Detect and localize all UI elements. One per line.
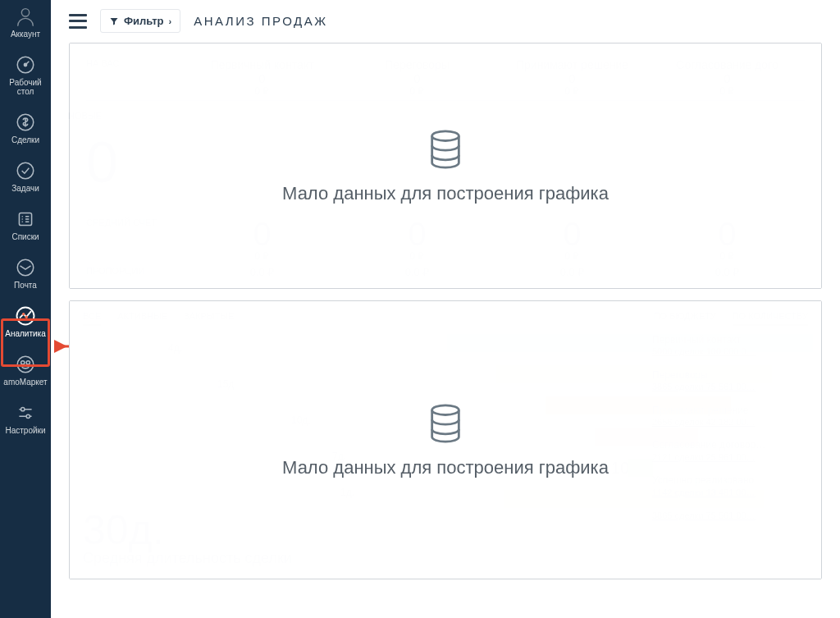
svg-point-17 bbox=[432, 405, 459, 415]
sidebar-item-account[interactable]: Аккаунт bbox=[0, 0, 51, 45]
svg-point-13 bbox=[21, 408, 25, 411]
svg-point-9 bbox=[25, 315, 27, 318]
svg-point-14 bbox=[26, 414, 30, 418]
svg-point-0 bbox=[21, 9, 29, 16]
sidebar-label: Почта bbox=[14, 281, 37, 290]
svg-point-12 bbox=[26, 361, 30, 364]
app-sidebar: Аккаунт Рабочий стол Сделки Задачи Списк… bbox=[0, 0, 51, 618]
sidebar-label: Списки bbox=[11, 232, 39, 241]
sidebar-item-lists[interactable]: Списки bbox=[0, 199, 51, 248]
svg-point-4 bbox=[17, 163, 34, 179]
svg-point-16 bbox=[432, 131, 459, 141]
check-icon bbox=[14, 159, 37, 182]
funnel-icon bbox=[109, 16, 119, 26]
empty-state-overlay: Мало данных для построения графика bbox=[70, 43, 821, 288]
svg-point-10 bbox=[17, 356, 34, 373]
mail-icon bbox=[14, 256, 37, 279]
empty-state-overlay: Мало данных для построения графика bbox=[70, 301, 821, 579]
sidebar-label: Настройки bbox=[5, 426, 45, 435]
sidebar-label: Аккаунт bbox=[11, 30, 40, 39]
gauge-icon bbox=[14, 53, 37, 76]
empty-state-text: Мало данных для построения графика bbox=[282, 182, 609, 206]
database-icon bbox=[422, 126, 468, 172]
settings-icon bbox=[14, 401, 37, 424]
database-icon bbox=[422, 401, 468, 446]
market-icon bbox=[14, 353, 37, 376]
avatar-icon bbox=[14, 5, 37, 28]
sidebar-label: Аналитика bbox=[5, 329, 46, 338]
empty-state-text: Мало данных для построения графика bbox=[282, 456, 609, 480]
sidebar-label: Рабочий стол bbox=[0, 78, 51, 96]
svg-point-8 bbox=[22, 313, 25, 316]
page-title: АНАЛИЗ ПРОДАЖ bbox=[194, 14, 327, 28]
sidebar-label: amoМаркет bbox=[3, 378, 47, 387]
sidebar-item-tasks[interactable]: Задачи bbox=[0, 151, 51, 199]
filter-button[interactable]: Фильтр › bbox=[100, 9, 180, 33]
list-icon bbox=[14, 208, 37, 231]
sidebar-item-settings[interactable]: Настройки bbox=[0, 393, 51, 442]
menu-icon[interactable] bbox=[69, 14, 87, 29]
sidebar-item-deals[interactable]: Сделки bbox=[0, 103, 51, 151]
chevron-right-icon: › bbox=[169, 16, 172, 26]
dollar-icon bbox=[14, 111, 37, 134]
sidebar-item-desktop[interactable]: Рабочий стол bbox=[0, 45, 51, 103]
sidebar-label: Задачи bbox=[11, 184, 39, 193]
main-area: Фильтр › АНАЛИЗ ПРОДАЖ НА ВАС Первичный … bbox=[51, 0, 840, 618]
analytics-icon bbox=[14, 304, 37, 327]
sidebar-item-market[interactable]: amoМаркет bbox=[0, 345, 51, 393]
sidebar-label: Сделки bbox=[11, 135, 39, 144]
topbar: Фильтр › АНАЛИЗ ПРОДАЖ bbox=[51, 0, 840, 43]
svg-point-2 bbox=[24, 63, 26, 66]
svg-point-6 bbox=[17, 259, 34, 276]
duration-panel: ВСЕ АКТИВНЫЕ ЗАКРЫТЫЕ ПО БЮДЖЕТУ ПО КОЛИ… bbox=[69, 300, 822, 579]
sidebar-item-analytics[interactable]: Аналитика bbox=[0, 296, 51, 345]
svg-point-11 bbox=[21, 361, 25, 364]
filter-label: Фильтр bbox=[124, 15, 164, 27]
funnel-panel: НА ВАС Первичный контакт00 ₽ Переговоры0… bbox=[69, 43, 822, 289]
sidebar-item-mail[interactable]: Почта bbox=[0, 248, 51, 296]
